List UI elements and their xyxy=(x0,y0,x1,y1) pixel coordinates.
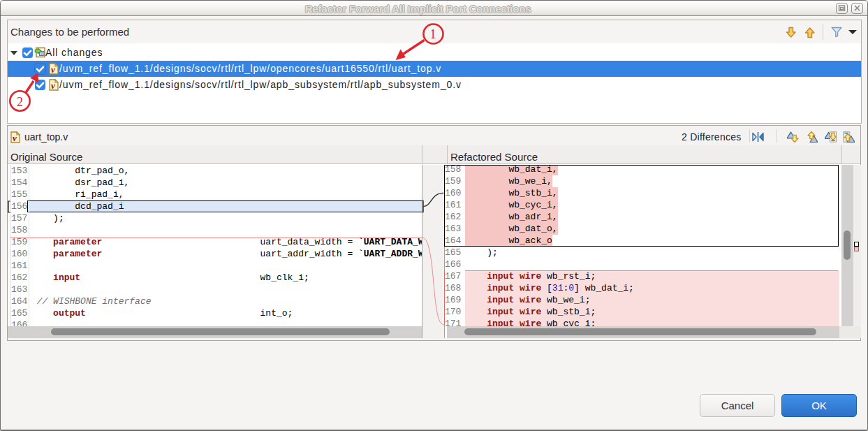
svg-text:v: v xyxy=(51,80,55,91)
svg-text:v: v xyxy=(13,132,17,143)
svg-text:v: v xyxy=(51,64,55,75)
